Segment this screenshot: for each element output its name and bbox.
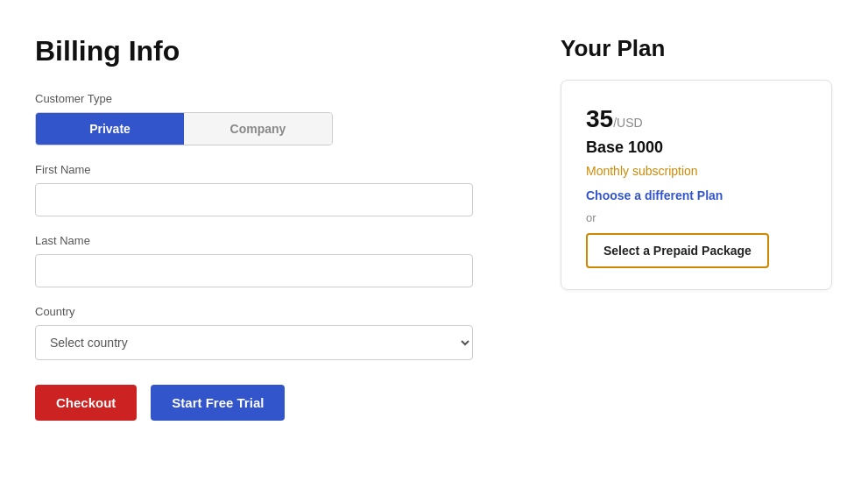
plan-card: 35/USD Base 1000 Monthly subscription Ch… [561, 80, 832, 290]
plan-price: 35/USD [586, 105, 807, 133]
left-panel: Billing Info Customer Type Private Compa… [35, 35, 473, 447]
plan-name: Base 1000 [586, 138, 807, 157]
plan-subscription: Monthly subscription [586, 164, 807, 178]
select-prepaid-button[interactable]: Select a Prepaid Package [586, 233, 769, 268]
last-name-label: Last Name [35, 234, 473, 247]
last-name-group: Last Name [35, 234, 473, 287]
action-buttons: Checkout Start Free Trial [35, 385, 473, 421]
country-group: Country Select country United States Uni… [35, 305, 473, 360]
plan-currency: /USD [613, 116, 642, 130]
start-trial-button[interactable]: Start Free Trial [151, 385, 285, 421]
page-title: Billing Info [35, 35, 473, 67]
your-plan-title: Your Plan [561, 35, 858, 62]
customer-type-label: Customer Type [35, 92, 473, 105]
plan-price-value: 35 [586, 105, 613, 132]
first-name-input[interactable] [35, 183, 473, 216]
right-panel: Your Plan 35/USD Base 1000 Monthly subsc… [543, 35, 858, 447]
country-label: Country [35, 305, 473, 318]
private-button[interactable]: Private [36, 113, 184, 145]
customer-type-group: Customer Type Private Company [35, 92, 473, 145]
plan-or-text: or [586, 211, 807, 224]
company-button[interactable]: Company [184, 113, 332, 145]
first-name-label: First Name [35, 163, 473, 176]
first-name-group: First Name [35, 163, 473, 216]
change-plan-link[interactable]: Choose a different Plan [586, 188, 807, 202]
customer-type-toggle: Private Company [35, 112, 333, 145]
country-select[interactable]: Select country United States United King… [35, 325, 473, 360]
last-name-input[interactable] [35, 254, 473, 287]
checkout-button[interactable]: Checkout [35, 385, 137, 421]
